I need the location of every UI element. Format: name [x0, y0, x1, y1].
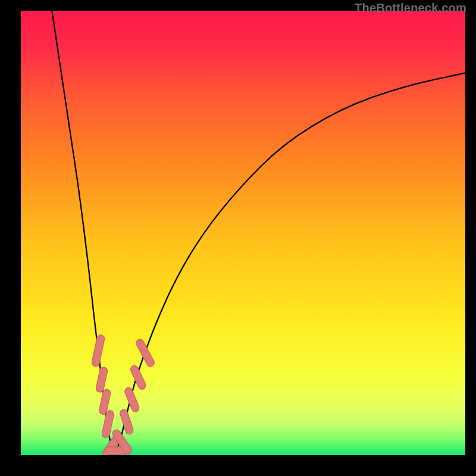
watermark-text: TheBottleneck.com [355, 1, 466, 15]
chart-canvas [21, 11, 465, 455]
chart-frame: TheBottleneck.com [0, 0, 476, 476]
plot-area [21, 11, 465, 455]
